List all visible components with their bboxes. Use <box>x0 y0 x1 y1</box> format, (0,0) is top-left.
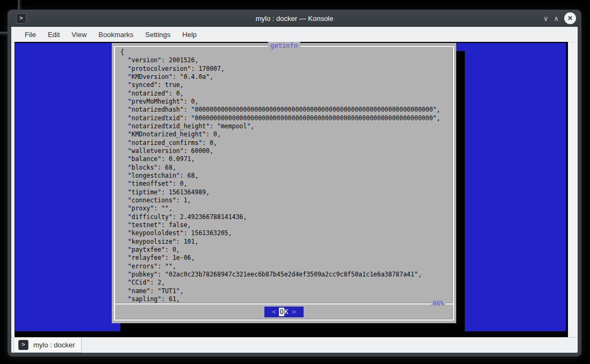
json-line: "protocolversion": 170007, <box>120 65 453 73</box>
tab-label: mylo : docker <box>33 341 75 349</box>
json-line: "walletversion": 60000, <box>120 147 453 155</box>
menu-item[interactable]: View <box>66 28 92 41</box>
tab-bar: > mylo : docker <box>11 337 578 353</box>
json-line: "KMDnotarized_height": 0, <box>120 130 453 139</box>
json-line: "blocks": 68, <box>120 164 453 172</box>
progress-percent: 86% <box>431 300 445 308</box>
ok-button[interactable]: < O K > <box>264 307 304 317</box>
menu-item[interactable]: Bookmarks <box>92 28 139 41</box>
window-title: mylo : docker — Konsole <box>8 14 581 23</box>
json-line: "pubkey": "02ac0c23b78268947c321eec6b87b… <box>120 271 453 279</box>
dialog-button-row: < O K > <box>115 304 453 319</box>
json-line: "connections": 1, <box>120 196 453 205</box>
json-line: "keypoolsize": 101, <box>120 238 453 246</box>
terminal-viewport[interactable]: getinfo { "version": 2001526, "protocolv… <box>15 42 568 337</box>
screenshot-canvas: > mylo : docker — Konsole ∨ ∧ ✕ FileEdit… <box>0 0 590 364</box>
json-line: "timeoffset": 0, <box>120 180 453 188</box>
window-controls: ∨ ∧ ✕ <box>543 10 576 27</box>
json-line: "sapling": 61, <box>120 295 453 303</box>
ok-cursor-char: O <box>279 308 284 316</box>
json-line: "difficulty": 2.492366788141436, <box>120 213 453 221</box>
json-line: "notarized_confirms": 0, <box>120 139 453 147</box>
json-line: "errors": "", <box>120 263 453 271</box>
json-line: "notarizedtxid_height": "mempool", <box>120 122 453 130</box>
getinfo-dialog: getinfo { "version": 2001526, "protocolv… <box>112 43 456 323</box>
menu-item[interactable]: File <box>19 28 42 41</box>
minimize-button[interactable]: ∨ <box>543 15 549 22</box>
json-output: { "version": 2001526, "protocolversion":… <box>115 47 453 303</box>
maximize-button[interactable]: ∧ <box>553 15 559 22</box>
json-line: "synced": true, <box>120 81 453 89</box>
dialog-screen-background: getinfo { "version": 2001526, "protocolv… <box>15 43 566 331</box>
json-line: "CCid": 2, <box>120 279 453 287</box>
tab-terminal-icon: > <box>18 340 28 350</box>
menu-item[interactable]: Help <box>176 28 203 41</box>
menu-bar: FileEditViewBookmarksSettingsHelp <box>11 27 578 42</box>
json-line: "testnet": false, <box>120 221 453 229</box>
close-button[interactable]: ✕ <box>564 12 576 24</box>
ok-label-rest: K <box>284 308 289 316</box>
json-line: "balance": 0.0971, <box>120 155 453 163</box>
window-titlebar[interactable]: > mylo : docker — Konsole ∨ ∧ ✕ <box>8 10 581 27</box>
window-body: FileEditViewBookmarksSettingsHelp getinf… <box>11 27 578 353</box>
json-line: "notarizedhash": "0000000000000000000000… <box>120 106 453 114</box>
json-line: "notarized": 0, <box>120 90 453 98</box>
json-line: "proxy": "", <box>120 205 453 213</box>
terminal-tab[interactable]: > mylo : docker <box>13 338 82 353</box>
json-line: "prevMoMheight": 0, <box>120 98 453 106</box>
json-line: "longestchain": 68, <box>120 172 453 180</box>
menu-item[interactable]: Edit <box>42 28 66 41</box>
json-line: "name": "TUT1", <box>120 287 453 295</box>
json-line: "keypoololdest": 1561363205, <box>120 229 453 237</box>
ok-open-bracket: < <box>269 308 279 316</box>
konsole-window: > mylo : docker — Konsole ∨ ∧ ✕ FileEdit… <box>8 10 581 356</box>
dialog-frame: getinfo { "version": 2001526, "protocolv… <box>114 46 454 321</box>
dialog-title: getinfo <box>268 42 300 50</box>
json-line: "notarizedtxid": "0000000000000000000000… <box>120 114 453 122</box>
dialog-separator: 86% <box>115 303 453 304</box>
json-line: "tiptime": 1561364989, <box>120 188 453 196</box>
json-line: "version": 2001526, <box>120 56 453 64</box>
json-line: "paytxfee": 0, <box>120 246 453 254</box>
ok-close-bracket: > <box>289 308 300 316</box>
json-line: "KMDversion": "0.4.0a", <box>120 73 453 81</box>
json-line: "relayfee": 1e-06, <box>120 254 453 262</box>
menu-item[interactable]: Settings <box>139 28 176 41</box>
